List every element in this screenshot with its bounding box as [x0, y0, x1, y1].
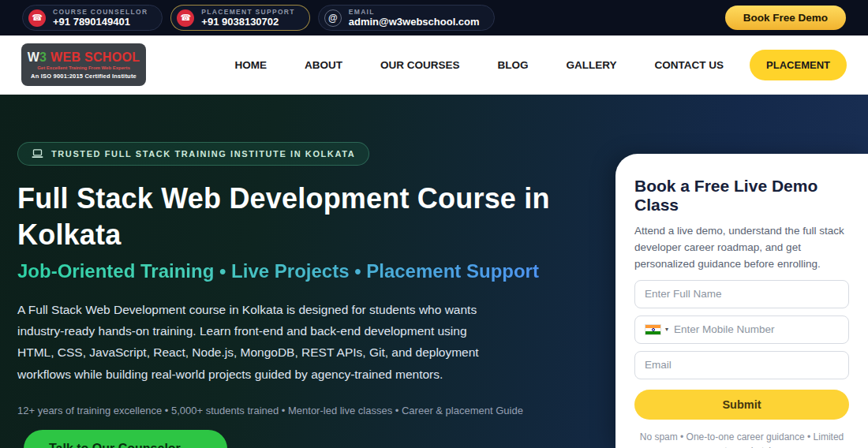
nav-item-home[interactable]: HOME — [216, 51, 286, 79]
phone-icon: ☎ — [177, 9, 194, 27]
nav-item-placement[interactable]: PLACEMENT — [750, 50, 847, 80]
talk-to-counselor-label: Talk to Our Counselor — [49, 442, 181, 448]
top-contact-bar: ☎ COURSE COUNSELLOR +91 7890149401 ☎ PLA… — [0, 0, 868, 35]
demo-booking-form-card: Book a Free Live Demo Class Attend a liv… — [615, 154, 868, 448]
book-free-demo-button[interactable]: Book Free Demo — [725, 6, 846, 30]
contact-label: COURSE COUNSELLOR — [53, 8, 148, 16]
contact-label: EMAIL — [349, 8, 480, 16]
chevron-down-icon[interactable]: ▾ — [665, 326, 668, 333]
trusted-badge-text: TRUSTED FULL STACK TRAINING INSTITUTE IN… — [51, 149, 355, 159]
contact-course-counsellor[interactable]: ☎ COURSE COUNSELLOR +91 7890149401 — [22, 5, 163, 31]
at-icon: @ — [324, 9, 342, 27]
contact-placement-support[interactable]: ☎ PLACEMENT SUPPORT +91 9038130702 — [170, 5, 309, 31]
nav-menu: HOME ABOUT OUR COURSES BLOG GALLERY CONT… — [216, 50, 847, 80]
logo-iso-line: An ISO 9001:2015 Certified Institute — [31, 73, 137, 80]
logo[interactable]: W3 WEB SCHOOL Get Excellent Training Fro… — [21, 43, 146, 86]
logo-3: 3 — [39, 50, 47, 64]
logo-brand: W3 WEB SCHOOL — [28, 50, 140, 65]
arrow-right-icon: → — [189, 442, 202, 448]
contact-text: EMAIL admin@w3webschool.com — [349, 8, 480, 28]
nav-item-about[interactable]: ABOUT — [286, 51, 361, 79]
contact-value: +91 9038130702 — [201, 16, 294, 28]
contact-value: +91 7890149401 — [53, 16, 148, 28]
full-name-input[interactable] — [634, 280, 849, 308]
nav-item-contact-us[interactable]: CONTACT US — [636, 51, 743, 79]
contact-text: PLACEMENT SUPPORT +91 9038130702 — [201, 8, 294, 28]
contact-label: PLACEMENT SUPPORT — [201, 8, 294, 16]
submit-button[interactable]: Submit — [634, 390, 849, 420]
nav-item-blog[interactable]: BLOG — [479, 51, 548, 79]
talk-to-counselor-button[interactable]: Talk to Our Counselor → — [24, 430, 227, 448]
logo-rest: WEB SCHOOL — [47, 50, 140, 64]
email-input[interactable] — [634, 351, 849, 379]
logo-w: W — [28, 50, 39, 64]
form-title: Book a Free Live Demo Class — [634, 177, 849, 215]
india-flag-icon[interactable] — [645, 324, 661, 335]
mobile-number-field: ▾ — [634, 315, 849, 344]
hero-section: TRUSTED FULL STACK TRAINING INSTITUTE IN… — [0, 95, 868, 448]
logo-tagline: Get Excellent Training From Web Experts — [37, 65, 130, 71]
page-title: Full Stack Web Development Course in Kol… — [17, 181, 582, 253]
nav-item-our-courses[interactable]: OUR COURSES — [361, 51, 479, 79]
form-description: Attend a live demo, understand the full … — [634, 223, 849, 273]
hero-subtitle: Job-Oriented Training • Live Projects • … — [17, 260, 605, 282]
mobile-number-input[interactable] — [674, 323, 842, 335]
main-navbar: W3 WEB SCHOOL Get Excellent Training Fro… — [0, 35, 868, 95]
hero-stats: 12+ years of training excellence • 5,000… — [17, 405, 605, 416]
contact-text: COURSE COUNSELLOR +91 7890149401 — [53, 8, 148, 28]
phone-icon: ☎ — [28, 9, 46, 27]
contact-value: admin@w3webschool.com — [349, 16, 480, 28]
nav-item-gallery[interactable]: GALLERY — [548, 51, 636, 79]
trusted-badge: TRUSTED FULL STACK TRAINING INSTITUTE IN… — [17, 142, 369, 166]
contact-email[interactable]: @ EMAIL admin@w3webschool.com — [318, 5, 495, 31]
form-footnote: No spam • One-to-one career guidance • L… — [634, 430, 849, 448]
laptop-icon — [32, 149, 43, 159]
hero-content: TRUSTED FULL STACK TRAINING INSTITUTE IN… — [17, 142, 605, 448]
contact-pills: ☎ COURSE COUNSELLOR +91 7890149401 ☎ PLA… — [22, 5, 495, 31]
hero-description: A Full Stack Web Development course in K… — [17, 299, 497, 385]
